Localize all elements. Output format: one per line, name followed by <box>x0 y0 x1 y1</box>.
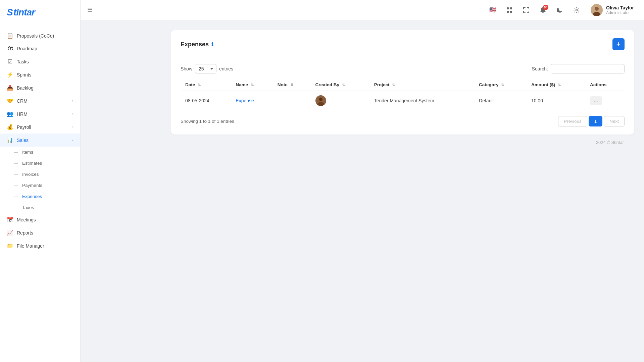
svg-text:S: S <box>7 7 13 17</box>
col-note-label: Note <box>278 82 288 87</box>
page-title: Expenses ℹ <box>181 41 213 48</box>
sidebar-subitem-payments[interactable]: Payments <box>0 180 80 191</box>
search-label: Search: <box>532 66 548 71</box>
created-by-avatar <box>315 95 326 106</box>
sidebar-item-hrm[interactable]: 👥 HRM › <box>0 107 80 120</box>
show-label: Show <box>181 66 192 71</box>
sidebar-subitem-expenses[interactable]: Expenses <box>0 191 80 202</box>
show-entries-control: Show 10 25 50 100 entries <box>181 64 233 73</box>
expenses-table: Date ⇅ Name ⇅ Note ⇅ Created By ⇅ <box>181 79 625 110</box>
grid-button[interactable] <box>503 4 515 16</box>
sidebar-item-crm[interactable]: 🤝 CRM › <box>0 94 80 107</box>
sales-subnav: Items Estimates Invoices Payments Expens… <box>0 147 80 213</box>
sidebar-subitem-invoices[interactable]: Invoices <box>0 169 80 180</box>
darkmode-button[interactable] <box>554 4 566 16</box>
sidebar-item-backlog[interactable]: 📥 Backlog <box>0 81 80 94</box>
svg-rect-4 <box>507 11 509 13</box>
hamburger-button[interactable]: ☰ <box>87 6 93 14</box>
backlog-icon: 📥 <box>7 85 13 91</box>
meetings-icon: 📅 <box>7 216 13 223</box>
row-note <box>273 91 311 110</box>
sidebar-item-reports[interactable]: 📈 Reports <box>0 226 80 239</box>
hrm-icon: 👥 <box>7 111 13 117</box>
fullscreen-button[interactable] <box>520 4 532 16</box>
flag-icon: 🇺🇸 <box>489 6 496 13</box>
grid-icon <box>506 7 512 13</box>
avatar <box>591 4 603 16</box>
sidebar-subitem-estimates[interactable]: Estimates <box>0 158 80 169</box>
next-button[interactable]: Next <box>604 116 625 126</box>
col-category[interactable]: Category ⇅ <box>474 79 527 91</box>
brand-name: S tintar <box>7 6 47 20</box>
sidebar-subitem-taxes-label: Taxes <box>22 205 34 210</box>
entries-select[interactable]: 10 25 50 100 <box>195 64 216 73</box>
sort-note-icon: ⇅ <box>290 83 293 87</box>
sidebar-item-tasks[interactable]: ☑ Tasks <box>0 55 80 68</box>
card-header: Expenses ℹ + <box>181 38 625 56</box>
crm-icon: 🤝 <box>7 98 13 104</box>
sort-name-icon: ⇅ <box>251 83 254 87</box>
row-name: Expense <box>231 91 273 110</box>
col-actions-label: Actions <box>590 82 607 87</box>
table-header: Date ⇅ Name ⇅ Note ⇅ Created By ⇅ <box>181 79 625 91</box>
sidebar-item-crm-label: CRM <box>17 98 28 104</box>
logo: S tintar <box>0 0 80 27</box>
col-project[interactable]: Project ⇅ <box>369 79 474 91</box>
row-actions: ... <box>585 91 625 110</box>
pagination-controls: Previous 1 Next <box>558 116 625 126</box>
sidebar-item-roadmap[interactable]: 🗺 Roadmap <box>0 42 80 55</box>
sprints-icon: ⚡ <box>7 71 13 78</box>
previous-button[interactable]: Previous <box>558 116 587 126</box>
add-expense-button[interactable]: + <box>612 38 625 50</box>
gear-icon <box>574 7 580 13</box>
sidebar-item-payroll[interactable]: 💰 Payroll › <box>0 120 80 134</box>
sort-date-icon: ⇅ <box>198 83 201 87</box>
col-date[interactable]: Date ⇅ <box>181 79 231 91</box>
row-created-by <box>311 91 369 110</box>
row-project: Tender Management System <box>369 91 474 110</box>
page-1-button[interactable]: 1 <box>589 116 603 126</box>
sidebar-item-meetings[interactable]: 📅 Meetings <box>0 213 80 226</box>
expense-link[interactable]: Expense <box>236 98 254 103</box>
sidebar-item-sprints[interactable]: ⚡ Sprints <box>0 68 80 81</box>
sidebar-item-filemanager[interactable]: 📁 File Manager <box>0 239 80 252</box>
col-category-label: Category <box>479 82 499 87</box>
search-input[interactable] <box>551 64 625 73</box>
flag-button[interactable]: 🇺🇸 <box>487 4 499 16</box>
row-amount: 10.00 <box>527 91 585 110</box>
sidebar-item-proposals-label: Proposals (CoCo) <box>17 33 54 39</box>
filemanager-icon: 📁 <box>7 243 13 249</box>
sidebar-subitem-items[interactable]: Items <box>0 147 80 158</box>
sidebar-item-sales-label: Sales <box>17 138 29 143</box>
col-date-label: Date <box>185 82 195 87</box>
notifications-button[interactable]: 54 <box>537 4 549 16</box>
footer: 2024 © Stintar <box>171 135 634 150</box>
sidebar-item-proposals[interactable]: 📋 Proposals (CoCo) <box>0 29 80 42</box>
row-date: 08-05-2024 <box>181 91 231 110</box>
table-body: 08-05-2024 Expense <box>181 91 625 110</box>
main-content: Expenses ℹ + Show 10 25 50 100 entries S… <box>161 20 644 362</box>
col-amount[interactable]: Amount ($) ⇅ <box>527 79 585 91</box>
sidebar: S tintar 📋 Proposals (CoCo) 🗺 Roadmap ☑ … <box>0 0 81 362</box>
settings-button[interactable] <box>571 4 583 16</box>
sidebar-subitem-estimates-label: Estimates <box>22 161 42 166</box>
user-chip[interactable]: Olivia Taylor Administrator <box>587 3 637 17</box>
row-action-button[interactable]: ... <box>590 96 602 105</box>
sidebar-item-sprints-label: Sprints <box>17 72 32 77</box>
sidebar-item-sales[interactable]: 📊 Sales › <box>0 134 80 147</box>
col-created-by[interactable]: Created By ⇅ <box>311 79 369 91</box>
sidebar-subitem-taxes[interactable]: Taxes <box>0 202 80 213</box>
expenses-title-text: Expenses <box>181 41 209 48</box>
info-icon[interactable]: ℹ <box>211 41 213 47</box>
reports-icon: 📈 <box>7 229 13 236</box>
entries-label: entries <box>219 66 233 71</box>
col-name[interactable]: Name ⇅ <box>231 79 273 91</box>
showing-text: Showing 1 to 1 of 1 entries <box>181 119 234 124</box>
moon-icon <box>557 7 563 13</box>
sidebar-subitem-expenses-label: Expenses <box>22 194 42 199</box>
sidebar-item-tasks-label: Tasks <box>17 59 29 64</box>
expenses-card: Expenses ℹ + Show 10 25 50 100 entries S… <box>171 30 634 135</box>
table-row: 08-05-2024 Expense <box>181 91 625 110</box>
col-note[interactable]: Note ⇅ <box>273 79 311 91</box>
col-name-label: Name <box>236 82 248 87</box>
